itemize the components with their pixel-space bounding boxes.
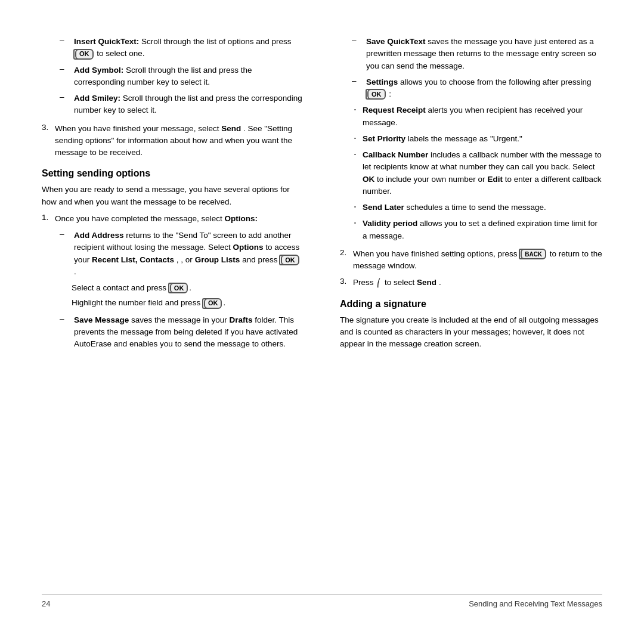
callback-number-item: Callback Number includes a callback numb… (363, 149, 602, 197)
list-item: – Add Address returns to the "Send To" s… (42, 230, 304, 278)
dash-icon: – (60, 230, 72, 278)
add-smiley-item: Add Smiley: Scroll through the list and … (74, 92, 304, 117)
validity-period-item: Validity period allows you to set a defi… (363, 218, 602, 242)
send-later-item: Send Later schedules a time to send the … (363, 202, 602, 213)
bullet-icon: • (354, 104, 363, 129)
ok-button-icon: OK (204, 298, 222, 309)
step-3-content: When you have finished your message, sel… (55, 123, 304, 159)
select-contact-text: Select a contact and press OK. (42, 282, 304, 294)
step-1: 1. Once you have completed the message, … (42, 213, 304, 225)
ok-button-icon: OK (75, 49, 94, 60)
list-item: – Save Message saves the message in your… (42, 314, 304, 351)
save-quicktext-item: Save QuickText saves the message you hav… (366, 36, 602, 72)
list-item: – Add Symbol: Scroll through the list an… (42, 64, 304, 89)
ok-button-icon: OK (170, 283, 188, 293)
highlight-text: Highlight the number field and press OK. (42, 297, 304, 309)
list-item: • Callback Number includes a callback nu… (340, 149, 602, 197)
list-item: – Settings allows you to choose from the… (340, 76, 602, 101)
add-symbol-item: Add Symbol: Scroll through the list and … (74, 64, 304, 89)
add-address-item: Add Address returns to the "Send To" scr… (74, 230, 304, 278)
set-priority-item: Set Priority labels the message as "Urge… (363, 133, 602, 145)
right-column: – Save QuickText saves the message you h… (334, 36, 602, 584)
bullet-icon: • (354, 149, 363, 197)
dash-icon: – (60, 64, 72, 89)
list-item: • Request Receipt alerts you when recipi… (340, 104, 602, 129)
dash-icon: – (352, 36, 364, 72)
save-quicktext-term: Save QuickText (366, 37, 426, 46)
add-symbol-term: Add Symbol: (74, 66, 123, 75)
setting-sending-options-heading: Setting sending options (42, 168, 304, 179)
footer: 24 Sending and Receiving Text Messages (42, 594, 602, 608)
step-number: 2. (340, 248, 353, 273)
dash-icon: – (60, 314, 72, 351)
setting-sending-options-intro: When you are ready to send a message, yo… (42, 184, 304, 208)
step-3-right-content: Press ⎛ to select Send . (353, 277, 602, 289)
dash-icon: – (60, 36, 72, 60)
step-3-left: 3. When you have finished your message, … (42, 123, 304, 159)
list-item: • Set Priority labels the message as "Ur… (340, 133, 602, 145)
settings-term: Settings (366, 78, 398, 86)
adding-signature-text: The signature you create is included at … (340, 314, 602, 351)
dash-icon: – (60, 92, 72, 117)
bullet-icon: • (354, 218, 363, 242)
list-item: – Add Smiley: Scroll through the list an… (42, 92, 304, 117)
ok-button-icon: OK (281, 255, 299, 265)
insert-quicktext-term: Insert QuickText: (74, 37, 139, 46)
bullet-icon: • (354, 133, 363, 145)
step-2-right: 2. When you have finished setting option… (340, 248, 602, 273)
settings-item: Settings allows you to choose from the f… (366, 76, 602, 101)
ok-button-icon: OK (367, 89, 386, 100)
back-button-icon: BACK (521, 249, 546, 259)
step-number: 3. (42, 123, 55, 159)
insert-quicktext-item: Insert QuickText: Scroll through the lis… (74, 36, 304, 60)
left-column: – Insert QuickText: Scroll through the l… (42, 36, 310, 584)
main-content: – Insert QuickText: Scroll through the l… (42, 36, 602, 584)
page: – Insert QuickText: Scroll through the l… (0, 0, 644, 644)
page-number: 24 (42, 599, 50, 608)
add-address-term: Add Address (74, 231, 124, 240)
step-1-content: Once you have completed the message, sel… (55, 213, 304, 225)
step-2-content: When you have finished setting options, … (353, 248, 602, 273)
add-smiley-term: Add Smiley: (74, 94, 120, 103)
save-message-term: Save Message (74, 315, 129, 324)
dash-icon: – (352, 76, 364, 101)
step-3-right: 3. Press ⎛ to select Send . (340, 277, 602, 289)
list-item: • Validity period allows you to set a de… (340, 218, 602, 242)
phone-button-icon: ⎛ (377, 277, 381, 289)
list-item: • Send Later schedules a time to send th… (340, 202, 602, 213)
save-message-item: Save Message saves the message in your D… (74, 314, 304, 351)
bullet-icon: • (354, 202, 363, 213)
request-receipt-item: Request Receipt alerts you when recipien… (363, 104, 602, 129)
list-item: – Insert QuickText: Scroll through the l… (42, 36, 304, 60)
adding-signature-heading: Adding a signature (340, 299, 602, 309)
step-number: 1. (42, 213, 55, 225)
list-item: – Save QuickText saves the message you h… (340, 36, 602, 72)
step-number: 3. (340, 277, 353, 289)
footer-section-title: Sending and Receiving Text Messages (469, 599, 602, 608)
